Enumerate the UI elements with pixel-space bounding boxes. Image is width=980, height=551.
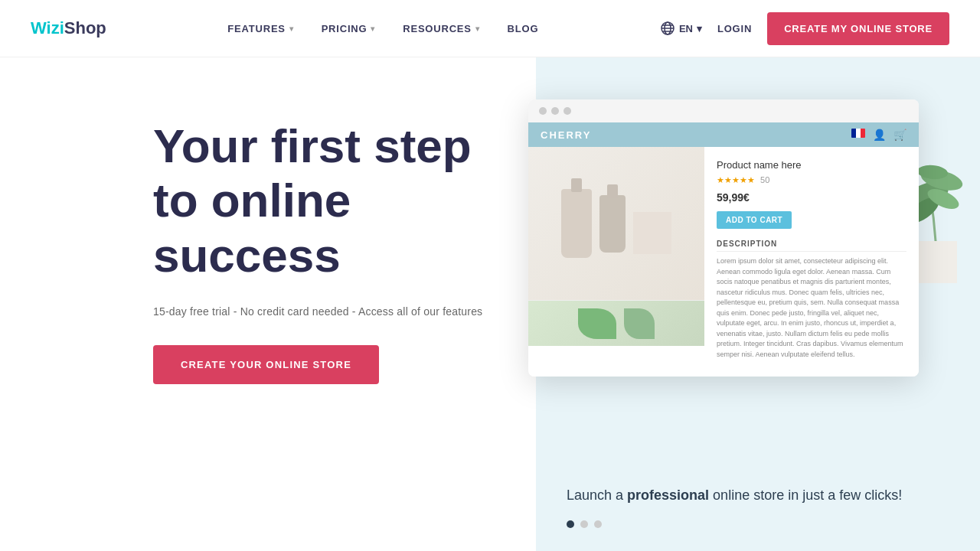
nav-features[interactable]: FEATURES ▾ — [227, 23, 293, 34]
logo-shop: Shop — [64, 18, 106, 38]
chevron-down-icon: ▾ — [289, 24, 294, 33]
login-button[interactable]: LOGIN — [717, 23, 752, 34]
header-right: EN ▾ LOGIN CREATE MY ONLINE STORE — [660, 12, 949, 45]
main-content: Your first step to online success 15-day… — [0, 57, 980, 551]
cart-icon: 🛒 — [893, 129, 906, 141]
browser-mockup: CHERRY 👤 🛒 — [528, 99, 919, 377]
product-price: 59,99€ — [717, 191, 906, 204]
browser-dot-1 — [539, 107, 547, 115]
hero-right: CHERRY 👤 🛒 — [536, 57, 980, 551]
flag-icon — [851, 129, 865, 138]
nav-resources[interactable]: RESOURCES ▾ — [403, 23, 479, 34]
star-count: 50 — [760, 175, 769, 184]
add-to-cart-button[interactable]: ADD TO CART — [717, 211, 792, 229]
create-store-header-button[interactable]: CREATE MY ONLINE STORE — [767, 12, 949, 45]
product-thumb-image — [528, 300, 704, 346]
browser-dot-2 — [551, 107, 559, 115]
bottle-decoration-2 — [599, 195, 626, 253]
header: WiziShop FEATURES ▾ PRICING ▾ RESOURCES … — [0, 0, 980, 57]
store-body: Product name here ★★★★★ 50 59,99€ ADD TO… — [528, 147, 919, 377]
svg-rect-5 — [915, 241, 957, 283]
store-name: CHERRY — [541, 129, 591, 141]
chevron-down-icon: ▾ — [697, 23, 702, 34]
lang-label: EN — [679, 23, 693, 34]
product-details: Product name here ★★★★★ 50 59,99€ ADD TO… — [704, 147, 919, 377]
product-stars: ★★★★★ 50 — [717, 175, 906, 185]
nav-pricing[interactable]: PRICING ▾ — [322, 23, 376, 34]
cube-decoration — [633, 212, 671, 254]
store-icons: 👤 🛒 — [851, 129, 906, 141]
chevron-down-icon: ▾ — [475, 24, 480, 33]
bottle-decoration — [561, 189, 592, 258]
product-images — [528, 147, 704, 377]
hero-title: Your first step to online success — [153, 119, 490, 282]
hero-subtitle: 15-day free trial - No credit card neede… — [153, 305, 490, 318]
carousel-dot-3[interactable] — [594, 520, 602, 528]
description-text: Lorem ipsum dolor sit amet, consecteteur… — [717, 256, 906, 360]
user-icon: 👤 — [873, 129, 886, 141]
launch-text: Launch a professional online store in ju… — [567, 486, 902, 505]
browser-dot-3 — [564, 107, 571, 115]
carousel-dot-2[interactable] — [580, 520, 588, 528]
product-name: Product name here — [717, 159, 906, 171]
main-nav: FEATURES ▾ PRICING ▾ RESOURCES ▾ BLOG — [227, 23, 538, 34]
bottom-panel: Launch a professional online store in ju… — [536, 413, 980, 551]
leaf-decoration-2 — [624, 308, 655, 339]
browser-topbar — [528, 99, 919, 122]
globe-icon — [660, 21, 675, 36]
chevron-down-icon: ▾ — [371, 24, 375, 33]
leaf-decoration — [578, 308, 616, 339]
language-selector[interactable]: EN ▾ — [660, 21, 702, 36]
create-store-main-button[interactable]: CREATE YOUR ONLINE STORE — [153, 345, 379, 384]
carousel-dot-1[interactable] — [567, 520, 574, 528]
product-main-image — [528, 147, 704, 300]
logo-wizi: Wizi — [31, 18, 64, 38]
hero-left: Your first step to online success 15-day… — [0, 57, 536, 551]
store-header: CHERRY 👤 🛒 — [528, 122, 919, 147]
nav-blog[interactable]: BLOG — [508, 23, 539, 34]
carousel-dots — [567, 520, 602, 528]
logo[interactable]: WiziShop — [31, 18, 106, 38]
description-label: DESCRIPTION — [717, 240, 906, 252]
